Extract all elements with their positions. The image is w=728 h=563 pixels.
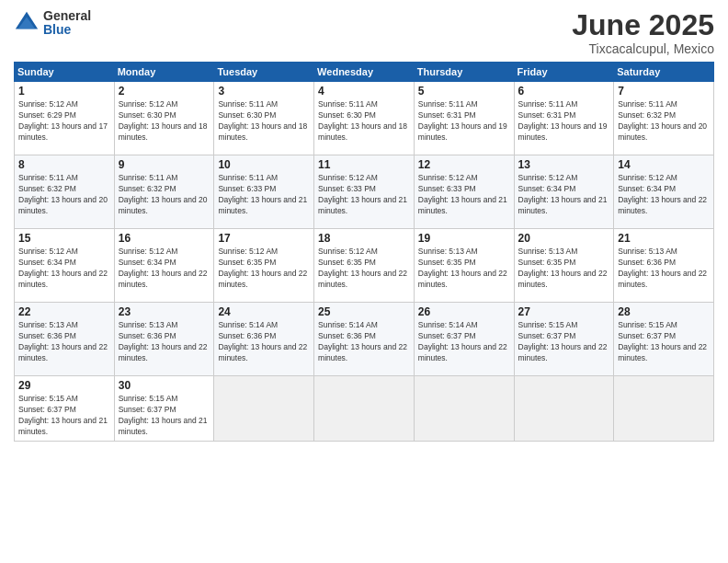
sunset-label: Sunset: 6:35 PM: [218, 258, 276, 267]
sunset-label: Sunset: 6:37 PM: [418, 331, 476, 340]
calendar-cell: 24 Sunrise: 5:14 AM Sunset: 6:36 PM Dayl…: [214, 303, 314, 376]
calendar-cell: 29 Sunrise: 5:15 AM Sunset: 6:37 PM Dayl…: [15, 376, 115, 442]
sunrise-label: Sunrise: 5:13 AM: [18, 320, 78, 329]
day-number: 20: [518, 232, 610, 245]
logo-general: General: [43, 9, 91, 23]
daylight-label: Daylight: 13 hours and 21 minutes.: [119, 416, 208, 436]
day-number: 14: [618, 158, 710, 171]
sunset-label: Sunset: 6:32 PM: [18, 184, 76, 193]
daylight-label: Daylight: 13 hours and 20 minutes.: [18, 195, 108, 215]
day-number: 1: [18, 85, 110, 98]
weekday-header: Thursday: [414, 63, 514, 82]
day-info: Sunrise: 5:13 AM Sunset: 6:36 PM Dayligh…: [618, 247, 710, 291]
sunrise-label: Sunrise: 5:13 AM: [518, 247, 578, 256]
sunset-label: Sunset: 6:30 PM: [119, 110, 176, 120]
location: Tixcacalcupul, Mexico: [572, 41, 714, 56]
day-number: 27: [518, 305, 610, 318]
daylight-label: Daylight: 13 hours and 21 minutes.: [18, 416, 108, 436]
daylight-label: Daylight: 13 hours and 22 minutes.: [518, 342, 608, 362]
calendar-cell: 12 Sunrise: 5:12 AM Sunset: 6:33 PM Dayl…: [414, 155, 514, 229]
sunset-label: Sunset: 6:34 PM: [18, 258, 76, 267]
sunrise-label: Sunrise: 5:12 AM: [218, 247, 278, 256]
sunrise-label: Sunrise: 5:11 AM: [318, 99, 378, 109]
calendar-cell: 22 Sunrise: 5:13 AM Sunset: 6:36 PM Dayl…: [15, 303, 115, 376]
sunrise-label: Sunrise: 5:11 AM: [518, 99, 578, 109]
sunrise-label: Sunrise: 5:12 AM: [418, 173, 478, 182]
weekday-header-row: SundayMondayTuesdayWednesdayThursdayFrid…: [15, 63, 714, 82]
logo-icon: [14, 10, 40, 36]
sunrise-label: Sunrise: 5:15 AM: [618, 320, 677, 329]
sunrise-label: Sunrise: 5:13 AM: [418, 247, 478, 256]
day-info: Sunrise: 5:14 AM Sunset: 6:36 PM Dayligh…: [318, 320, 410, 364]
day-info: Sunrise: 5:13 AM Sunset: 6:35 PM Dayligh…: [418, 247, 510, 291]
day-info: Sunrise: 5:15 AM Sunset: 6:37 PM Dayligh…: [518, 320, 610, 364]
calendar-week-row: 15 Sunrise: 5:12 AM Sunset: 6:34 PM Dayl…: [15, 229, 714, 303]
daylight-label: Daylight: 13 hours and 22 minutes.: [18, 269, 108, 289]
calendar-cell: [214, 376, 314, 442]
sunrise-label: Sunrise: 5:11 AM: [218, 99, 278, 109]
weekday-header: Saturday: [614, 63, 714, 82]
daylight-label: Daylight: 13 hours and 22 minutes.: [119, 342, 208, 362]
calendar-cell: 28 Sunrise: 5:15 AM Sunset: 6:37 PM Dayl…: [614, 303, 714, 376]
sunset-label: Sunset: 6:35 PM: [518, 258, 576, 267]
sunset-label: Sunset: 6:35 PM: [318, 258, 376, 267]
calendar-cell: 2 Sunrise: 5:12 AM Sunset: 6:30 PM Dayli…: [114, 82, 214, 155]
day-number: 6: [518, 85, 610, 98]
day-info: Sunrise: 5:12 AM Sunset: 6:29 PM Dayligh…: [18, 99, 110, 144]
sunrise-label: Sunrise: 5:11 AM: [418, 99, 478, 109]
day-number: 5: [418, 85, 510, 98]
calendar-cell: 9 Sunrise: 5:11 AM Sunset: 6:32 PM Dayli…: [114, 155, 214, 229]
day-number: 25: [318, 305, 410, 318]
weekday-header: Friday: [514, 63, 614, 82]
daylight-label: Daylight: 13 hours and 21 minutes.: [518, 195, 608, 215]
day-info: Sunrise: 5:13 AM Sunset: 6:35 PM Dayligh…: [518, 247, 610, 291]
sunset-label: Sunset: 6:37 PM: [618, 331, 676, 340]
daylight-label: Daylight: 13 hours and 18 minutes.: [318, 121, 407, 142]
sunset-label: Sunset: 6:31 PM: [518, 110, 576, 120]
day-info: Sunrise: 5:11 AM Sunset: 6:32 PM Dayligh…: [618, 99, 710, 144]
day-number: 19: [418, 232, 510, 245]
day-number: 17: [218, 232, 310, 245]
daylight-label: Daylight: 13 hours and 22 minutes.: [618, 269, 707, 289]
day-info: Sunrise: 5:11 AM Sunset: 6:32 PM Dayligh…: [18, 173, 110, 217]
calendar-cell: 14 Sunrise: 5:12 AM Sunset: 6:34 PM Dayl…: [614, 155, 714, 229]
calendar-cell: 20 Sunrise: 5:13 AM Sunset: 6:35 PM Dayl…: [514, 229, 614, 303]
day-number: 16: [119, 232, 210, 245]
sunset-label: Sunset: 6:29 PM: [18, 110, 76, 120]
day-number: 21: [618, 232, 710, 245]
sunset-label: Sunset: 6:30 PM: [218, 110, 276, 120]
daylight-label: Daylight: 13 hours and 21 minutes.: [418, 195, 507, 215]
calendar-cell: 11 Sunrise: 5:12 AM Sunset: 6:33 PM Dayl…: [314, 155, 415, 229]
sunrise-label: Sunrise: 5:12 AM: [618, 173, 677, 182]
sunrise-label: Sunrise: 5:12 AM: [119, 99, 178, 109]
weekday-header: Sunday: [15, 63, 115, 82]
sunrise-label: Sunrise: 5:12 AM: [318, 173, 378, 182]
sunset-label: Sunset: 6:37 PM: [18, 405, 76, 414]
day-info: Sunrise: 5:15 AM Sunset: 6:37 PM Dayligh…: [618, 320, 710, 364]
day-number: 23: [119, 305, 210, 318]
calendar-week-row: 1 Sunrise: 5:12 AM Sunset: 6:29 PM Dayli…: [15, 82, 714, 155]
day-number: 18: [318, 232, 410, 245]
sunset-label: Sunset: 6:34 PM: [518, 184, 576, 193]
calendar-cell: 16 Sunrise: 5:12 AM Sunset: 6:34 PM Dayl…: [114, 229, 214, 303]
day-number: 30: [119, 379, 210, 392]
month-year: June 2025: [572, 9, 714, 41]
day-number: 15: [18, 232, 110, 245]
sunrise-label: Sunrise: 5:11 AM: [218, 173, 278, 182]
sunset-label: Sunset: 6:36 PM: [218, 331, 276, 340]
sunset-label: Sunset: 6:36 PM: [18, 331, 76, 340]
calendar-table: SundayMondayTuesdayWednesdayThursdayFrid…: [14, 62, 714, 442]
daylight-label: Daylight: 13 hours and 21 minutes.: [318, 195, 407, 215]
sunset-label: Sunset: 6:31 PM: [418, 110, 476, 120]
day-info: Sunrise: 5:12 AM Sunset: 6:34 PM Dayligh…: [518, 173, 610, 217]
weekday-header: Tuesday: [214, 63, 314, 82]
sunset-label: Sunset: 6:36 PM: [119, 331, 176, 340]
day-number: 24: [218, 305, 310, 318]
sunrise-label: Sunrise: 5:11 AM: [18, 173, 78, 182]
sunrise-label: Sunrise: 5:14 AM: [318, 320, 378, 329]
calendar-cell: 26 Sunrise: 5:14 AM Sunset: 6:37 PM Dayl…: [414, 303, 514, 376]
calendar-cell: 13 Sunrise: 5:12 AM Sunset: 6:34 PM Dayl…: [514, 155, 614, 229]
calendar-cell: 19 Sunrise: 5:13 AM Sunset: 6:35 PM Dayl…: [414, 229, 514, 303]
calendar-cell: 17 Sunrise: 5:12 AM Sunset: 6:35 PM Dayl…: [214, 229, 314, 303]
day-info: Sunrise: 5:11 AM Sunset: 6:33 PM Dayligh…: [218, 173, 310, 217]
